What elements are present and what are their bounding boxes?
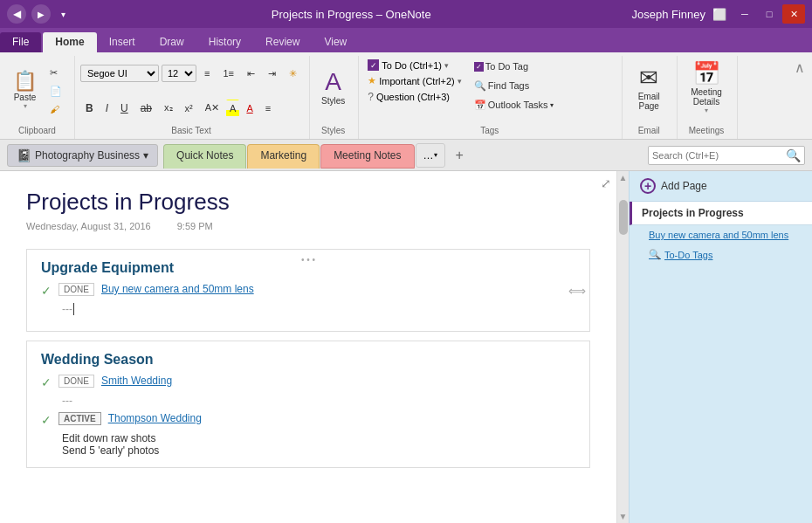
italic-button[interactable]: I bbox=[100, 100, 114, 117]
outdent-button[interactable]: ⇤ bbox=[242, 65, 260, 82]
todo-tag-row[interactable]: ✓ To Do (Ctrl+1) ▾ bbox=[364, 58, 465, 72]
todo-tag-sub-icon: 🔍 bbox=[649, 249, 661, 260]
page-sub-todo-link[interactable]: 🔍 To-Do Tags bbox=[630, 244, 812, 265]
page-sub-camera-link[interactable]: Buy new camera and 50mm lens bbox=[630, 225, 812, 244]
notebook-dropdown-icon: ▾ bbox=[143, 149, 148, 162]
quick-access-button[interactable]: ▾ bbox=[56, 8, 71, 21]
bold-button[interactable]: B bbox=[80, 100, 99, 117]
block-resize-handle[interactable]: ⟺ bbox=[568, 284, 586, 298]
tab-draw[interactable]: Draw bbox=[148, 32, 196, 52]
smith-wedding-link[interactable]: Smith Wedding bbox=[101, 375, 172, 387]
task-detail-line2: Send 5 'early' photos bbox=[62, 444, 575, 457]
ribbon: 📋 Paste ▾ ✂ 📄 🖌 Clipboard Segoe UI 12 ≡ … bbox=[0, 52, 812, 140]
important-dropdown-icon[interactable]: ▾ bbox=[458, 77, 462, 86]
meetings-group-label: Meetings bbox=[683, 124, 730, 137]
important-tag-row[interactable]: ★ Important (Ctrl+2) ▾ bbox=[364, 73, 465, 88]
search-box: 🔍 bbox=[648, 146, 805, 165]
search-input[interactable] bbox=[652, 150, 786, 161]
close-button[interactable]: ✕ bbox=[782, 4, 805, 24]
tab-marketing[interactable]: Marketing bbox=[247, 144, 320, 169]
forward-button[interactable]: ▶ bbox=[31, 4, 51, 24]
styles-button[interactable]: A Styles bbox=[315, 58, 351, 117]
vertical-scrollbar[interactable]: ▲ ▼ bbox=[616, 171, 629, 523]
email-page-button[interactable]: ✉ Email Page bbox=[628, 58, 670, 117]
cursor-line: --- bbox=[62, 303, 575, 315]
superscript-button[interactable]: x² bbox=[180, 100, 198, 117]
expand-button[interactable]: ⤢ bbox=[601, 176, 611, 190]
font-size-select[interactable]: 12 bbox=[162, 65, 196, 82]
paste-dropdown-icon: ▾ bbox=[24, 102, 27, 110]
back-button[interactable]: ◀ bbox=[7, 4, 26, 24]
tab-quick-notes[interactable]: Quick Notes bbox=[163, 144, 246, 169]
underline-button[interactable]: U bbox=[115, 100, 134, 117]
para-spacing-button[interactable]: ✳ bbox=[284, 65, 302, 82]
outlook-tasks-dropdown-icon: ▾ bbox=[550, 101, 554, 109]
styles-label: Styles bbox=[321, 96, 345, 106]
align-button[interactable]: ≡ bbox=[260, 100, 276, 117]
user-name: Joseph Finney bbox=[631, 8, 705, 21]
scroll-thumb[interactable] bbox=[619, 200, 628, 235]
minimize-button[interactable]: ─ bbox=[733, 4, 756, 24]
font-select[interactable]: Segoe UI bbox=[80, 65, 159, 82]
page-meta: Wednesday, August 31, 2016 9:59 PM bbox=[26, 221, 590, 231]
outlook-tasks-label: Outlook Tasks bbox=[488, 100, 548, 110]
pages-panel: + Add Page Projects in Progress Buy new … bbox=[629, 171, 812, 523]
cut-button[interactable]: ✂ bbox=[45, 64, 67, 81]
format-painter-button[interactable]: 🖌 bbox=[45, 100, 67, 118]
task-done-status: DONE bbox=[58, 283, 94, 296]
meeting-details-button[interactable]: 📅 Meeting Details ▾ bbox=[683, 58, 730, 117]
thompson-active-status: ACTIVE bbox=[58, 412, 101, 425]
strikethrough-button[interactable]: ab bbox=[135, 100, 157, 117]
highlight-button[interactable]: A bbox=[226, 100, 239, 117]
smith-done-status: DONE bbox=[58, 375, 94, 388]
tab-file[interactable]: File bbox=[0, 32, 41, 52]
tab-insert[interactable]: Insert bbox=[97, 32, 148, 52]
clipboard-group: 📋 Paste ▾ ✂ 📄 🖌 Clipboard bbox=[3, 56, 75, 139]
page-date: Wednesday, August 31, 2016 bbox=[26, 221, 151, 231]
section-tabs: Quick Notes Marketing Meeting Notes … ▾ … bbox=[163, 143, 648, 168]
subscript-button[interactable]: x₂ bbox=[159, 100, 178, 117]
thompson-task-row: ✓ ACTIVE Thompson Wedding bbox=[41, 412, 575, 427]
list-button[interactable]: ≡ bbox=[199, 65, 215, 82]
page-item-projects[interactable]: Projects in Progress bbox=[630, 202, 812, 225]
camera-task-link[interactable]: Buy new camera and 50mm lens bbox=[101, 283, 254, 295]
font-color-button[interactable]: A bbox=[241, 100, 258, 117]
maximize-button[interactable]: □ bbox=[758, 4, 781, 24]
main-area: ⤢ Projects in Progress Wednesday, August… bbox=[0, 171, 812, 523]
tab-view[interactable]: View bbox=[312, 32, 359, 52]
scroll-down-button[interactable]: ▼ bbox=[619, 512, 628, 521]
find-tags-button[interactable]: 🔍 Find Tags bbox=[469, 77, 559, 94]
tab-review[interactable]: Review bbox=[253, 32, 312, 52]
tab-home[interactable]: Home bbox=[43, 32, 96, 52]
wedding-heading: Wedding Season bbox=[41, 352, 575, 368]
ribbon-collapse-button[interactable]: ∧ bbox=[791, 56, 809, 79]
smith-dashes: --- bbox=[62, 395, 72, 407]
scroll-up-button[interactable]: ▲ bbox=[619, 173, 628, 182]
cursor-dashes: --- bbox=[62, 303, 72, 315]
marketing-label: Marketing bbox=[260, 149, 306, 162]
indent-button[interactable]: ⇥ bbox=[263, 65, 281, 82]
copy-button[interactable]: 📄 bbox=[45, 82, 67, 100]
clear-formatting-button[interactable]: A✕ bbox=[200, 100, 224, 117]
camera-link-text: Buy new camera and 50mm lens bbox=[649, 230, 788, 240]
todo-dropdown-icon[interactable]: ▾ bbox=[444, 61, 449, 70]
todo-tag-button[interactable]: ✓ To Do Tag bbox=[469, 58, 559, 75]
tab-history[interactable]: History bbox=[196, 32, 253, 52]
task-detail-line1: Edit down raw shots bbox=[62, 432, 575, 444]
paste-button[interactable]: 📋 Paste ▾ bbox=[7, 61, 43, 120]
numbered-list-button[interactable]: 1≡ bbox=[217, 65, 239, 82]
title-bar-left: ◀ ▶ ▾ bbox=[7, 4, 71, 24]
notebook-selector[interactable]: 📓 Photography Business ▾ bbox=[7, 144, 158, 167]
smith-cursor-line: --- bbox=[62, 395, 575, 407]
block-handle[interactable]: • • • bbox=[301, 255, 315, 265]
question-tag-row[interactable]: ? Question (Ctrl+3) bbox=[364, 89, 465, 105]
outlook-tasks-button[interactable]: 📅 Outlook Tasks ▾ bbox=[469, 96, 559, 114]
tab-meeting-notes[interactable]: Meeting Notes bbox=[320, 144, 414, 169]
more-tabs-button[interactable]: … ▾ bbox=[416, 143, 445, 168]
thompson-wedding-link[interactable]: Thompson Wedding bbox=[108, 412, 202, 424]
todo-label: To Do (Ctrl+1) bbox=[382, 60, 442, 71]
search-icon[interactable]: 🔍 bbox=[786, 148, 801, 162]
meetings-group: 📅 Meeting Details ▾ Meetings bbox=[679, 56, 738, 139]
add-section-button[interactable]: + bbox=[449, 143, 471, 168]
add-page-button[interactable]: + Add Page bbox=[630, 171, 812, 202]
